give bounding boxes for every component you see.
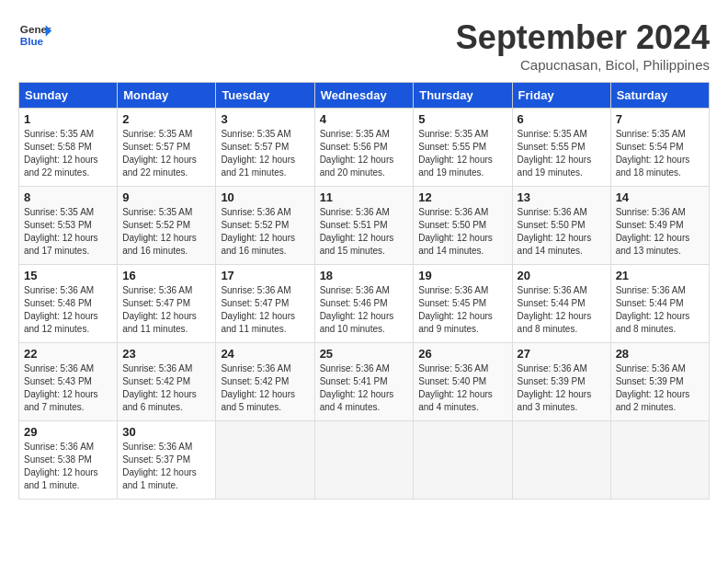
day-number: 6 xyxy=(518,112,606,126)
day-info: Sunrise: 5:36 AMSunset: 5:52 PMDaylight:… xyxy=(221,207,295,256)
day-number: 5 xyxy=(418,112,506,126)
day-number: 24 xyxy=(221,347,309,361)
calendar-cell: 24 Sunrise: 5:36 AMSunset: 5:42 PMDaylig… xyxy=(216,343,314,421)
day-number: 12 xyxy=(418,190,506,204)
day-number: 8 xyxy=(24,190,112,204)
day-number: 3 xyxy=(221,112,309,126)
day-info: Sunrise: 5:35 AMSunset: 5:54 PMDaylight:… xyxy=(616,129,690,178)
calendar-cell: 29 Sunrise: 5:36 AMSunset: 5:38 PMDaylig… xyxy=(19,421,118,500)
day-info: Sunrise: 5:35 AMSunset: 5:57 PMDaylight:… xyxy=(221,129,295,178)
calendar-week-5: 29 Sunrise: 5:36 AMSunset: 5:38 PMDaylig… xyxy=(19,421,710,500)
day-number: 11 xyxy=(320,190,409,204)
calendar-cell xyxy=(414,421,512,500)
day-info: Sunrise: 5:35 AMSunset: 5:56 PMDaylight:… xyxy=(320,129,394,178)
day-number: 30 xyxy=(122,425,210,439)
calendar-cell: 21 Sunrise: 5:36 AMSunset: 5:44 PMDaylig… xyxy=(610,265,709,343)
calendar-cell: 16 Sunrise: 5:36 AMSunset: 5:47 PMDaylig… xyxy=(118,265,216,343)
day-info: Sunrise: 5:36 AMSunset: 5:47 PMDaylight:… xyxy=(221,285,295,334)
calendar-cell: 5 Sunrise: 5:35 AMSunset: 5:55 PMDayligh… xyxy=(414,109,512,187)
day-number: 27 xyxy=(518,347,606,361)
svg-text:Blue: Blue xyxy=(20,35,44,47)
day-info: Sunrise: 5:36 AMSunset: 5:50 PMDaylight:… xyxy=(418,207,493,256)
calendar-cell: 13 Sunrise: 5:36 AMSunset: 5:50 PMDaylig… xyxy=(512,187,610,265)
day-info: Sunrise: 5:36 AMSunset: 5:47 PMDaylight:… xyxy=(122,285,197,334)
calendar-cell xyxy=(610,421,709,500)
calendar-cell xyxy=(512,421,610,500)
calendar-cell: 1 Sunrise: 5:35 AMSunset: 5:58 PMDayligh… xyxy=(19,109,118,187)
calendar-cell: 28 Sunrise: 5:36 AMSunset: 5:39 PMDaylig… xyxy=(610,343,709,421)
day-number: 4 xyxy=(320,112,409,126)
day-number: 23 xyxy=(122,347,210,361)
calendar-cell: 6 Sunrise: 5:35 AMSunset: 5:55 PMDayligh… xyxy=(512,109,610,187)
location-subtitle: Capucnasan, Bicol, Philippines xyxy=(456,57,710,73)
calendar-cell: 23 Sunrise: 5:36 AMSunset: 5:42 PMDaylig… xyxy=(118,343,216,421)
day-number: 25 xyxy=(320,347,409,361)
day-number: 18 xyxy=(320,269,409,282)
calendar-cell xyxy=(314,421,414,500)
calendar-cell: 19 Sunrise: 5:36 AMSunset: 5:45 PMDaylig… xyxy=(414,265,512,343)
day-info: Sunrise: 5:35 AMSunset: 5:52 PMDaylight:… xyxy=(122,207,197,256)
day-info: Sunrise: 5:36 AMSunset: 5:42 PMDaylight:… xyxy=(122,363,197,412)
calendar-cell: 27 Sunrise: 5:36 AMSunset: 5:39 PMDaylig… xyxy=(512,343,610,421)
day-number: 10 xyxy=(221,190,309,204)
day-info: Sunrise: 5:36 AMSunset: 5:46 PMDaylight:… xyxy=(320,285,394,334)
day-info: Sunrise: 5:36 AMSunset: 5:44 PMDaylight:… xyxy=(616,285,690,334)
calendar-cell: 8 Sunrise: 5:35 AMSunset: 5:53 PMDayligh… xyxy=(19,187,118,265)
day-number: 1 xyxy=(24,112,112,126)
day-info: Sunrise: 5:35 AMSunset: 5:57 PMDaylight:… xyxy=(122,129,197,178)
calendar-cell: 20 Sunrise: 5:36 AMSunset: 5:44 PMDaylig… xyxy=(512,265,610,343)
col-header-friday: Friday xyxy=(512,83,610,109)
day-number: 28 xyxy=(616,347,704,361)
day-number: 29 xyxy=(24,425,112,439)
day-number: 9 xyxy=(122,190,210,204)
col-header-wednesday: Wednesday xyxy=(314,83,414,109)
calendar-week-3: 15 Sunrise: 5:36 AMSunset: 5:48 PMDaylig… xyxy=(19,265,710,343)
calendar-cell: 4 Sunrise: 5:35 AMSunset: 5:56 PMDayligh… xyxy=(314,109,414,187)
day-info: Sunrise: 5:36 AMSunset: 5:37 PMDaylight:… xyxy=(122,442,197,490)
calendar-cell: 11 Sunrise: 5:36 AMSunset: 5:51 PMDaylig… xyxy=(314,187,414,265)
day-number: 14 xyxy=(616,190,704,204)
calendar-cell: 30 Sunrise: 5:36 AMSunset: 5:37 PMDaylig… xyxy=(118,421,216,500)
header: General Blue September 2024 Capucnasan, … xyxy=(18,18,710,73)
calendar-table: SundayMondayTuesdayWednesdayThursdayFrid… xyxy=(18,82,710,500)
day-info: Sunrise: 5:36 AMSunset: 5:39 PMDaylight:… xyxy=(518,363,592,412)
calendar-cell: 15 Sunrise: 5:36 AMSunset: 5:48 PMDaylig… xyxy=(19,265,118,343)
calendar-cell: 10 Sunrise: 5:36 AMSunset: 5:52 PMDaylig… xyxy=(216,187,314,265)
logo-icon: General Blue xyxy=(18,18,51,52)
col-header-thursday: Thursday xyxy=(414,83,512,109)
title-area: September 2024 Capucnasan, Bicol, Philip… xyxy=(456,18,710,73)
day-info: Sunrise: 5:36 AMSunset: 5:51 PMDaylight:… xyxy=(320,207,394,256)
calendar-cell: 18 Sunrise: 5:36 AMSunset: 5:46 PMDaylig… xyxy=(314,265,414,343)
calendar-cell: 17 Sunrise: 5:36 AMSunset: 5:47 PMDaylig… xyxy=(216,265,314,343)
day-info: Sunrise: 5:36 AMSunset: 5:44 PMDaylight:… xyxy=(518,285,592,334)
day-info: Sunrise: 5:36 AMSunset: 5:41 PMDaylight:… xyxy=(320,363,394,412)
calendar-cell: 25 Sunrise: 5:36 AMSunset: 5:41 PMDaylig… xyxy=(314,343,414,421)
calendar-week-2: 8 Sunrise: 5:35 AMSunset: 5:53 PMDayligh… xyxy=(19,187,710,265)
day-info: Sunrise: 5:36 AMSunset: 5:49 PMDaylight:… xyxy=(616,207,690,256)
day-info: Sunrise: 5:36 AMSunset: 5:39 PMDaylight:… xyxy=(616,363,690,412)
calendar-cell: 2 Sunrise: 5:35 AMSunset: 5:57 PMDayligh… xyxy=(118,109,216,187)
day-number: 21 xyxy=(616,269,704,282)
day-number: 26 xyxy=(418,347,506,361)
calendar-cell: 12 Sunrise: 5:36 AMSunset: 5:50 PMDaylig… xyxy=(414,187,512,265)
day-info: Sunrise: 5:36 AMSunset: 5:38 PMDaylight:… xyxy=(24,442,98,490)
day-info: Sunrise: 5:35 AMSunset: 5:58 PMDaylight:… xyxy=(24,129,98,178)
calendar-week-4: 22 Sunrise: 5:36 AMSunset: 5:43 PMDaylig… xyxy=(19,343,710,421)
day-number: 20 xyxy=(518,269,606,282)
calendar-cell: 3 Sunrise: 5:35 AMSunset: 5:57 PMDayligh… xyxy=(216,109,314,187)
calendar-cell: 9 Sunrise: 5:35 AMSunset: 5:52 PMDayligh… xyxy=(118,187,216,265)
day-number: 17 xyxy=(221,269,309,282)
day-number: 16 xyxy=(122,269,210,282)
day-info: Sunrise: 5:35 AMSunset: 5:55 PMDaylight:… xyxy=(418,129,493,178)
calendar-week-1: 1 Sunrise: 5:35 AMSunset: 5:58 PMDayligh… xyxy=(19,109,710,187)
day-info: Sunrise: 5:36 AMSunset: 5:42 PMDaylight:… xyxy=(221,363,295,412)
col-header-monday: Monday xyxy=(118,83,216,109)
day-number: 19 xyxy=(418,269,506,282)
col-header-saturday: Saturday xyxy=(610,83,709,109)
day-info: Sunrise: 5:36 AMSunset: 5:50 PMDaylight:… xyxy=(518,207,592,256)
day-number: 22 xyxy=(24,347,112,361)
day-info: Sunrise: 5:36 AMSunset: 5:43 PMDaylight:… xyxy=(24,363,98,412)
day-info: Sunrise: 5:36 AMSunset: 5:40 PMDaylight:… xyxy=(418,363,493,412)
day-number: 15 xyxy=(24,269,112,282)
col-header-tuesday: Tuesday xyxy=(216,83,314,109)
